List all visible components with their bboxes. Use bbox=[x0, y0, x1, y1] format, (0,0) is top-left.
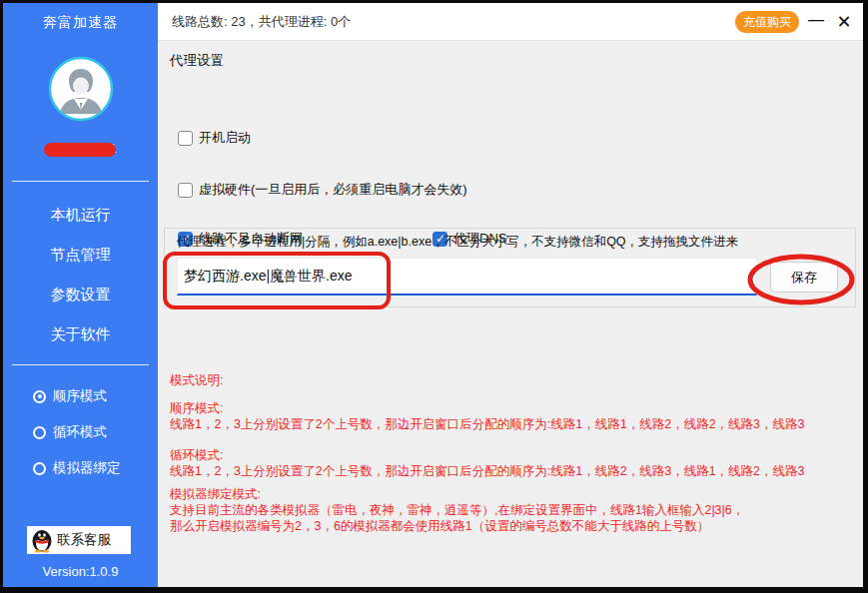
username: 01 bbox=[3, 141, 158, 157]
sequential-mode-note: 顺序模式: 线路1，2，3上分别设置了2个上号数，那边开启窗口后分配的顺序为:线… bbox=[170, 400, 861, 432]
sidebar-item-local-run[interactable]: 本机运行 bbox=[3, 195, 158, 235]
sidebar-item-node-management[interactable]: 节点管理 bbox=[3, 235, 158, 275]
mode-selector: 顺序模式 循环模式 模拟器绑定 bbox=[33, 378, 121, 486]
title-bar: 线路总数: 23，共代理进程: 0个 充值购买 — ✕ bbox=[158, 3, 863, 41]
sidebar: 奔富加速器 01 本机运行 节点管理 参数设置 关于软件 bbox=[3, 3, 158, 587]
avatar bbox=[48, 56, 114, 126]
sequential-mode-note-body: 线路1，2，3上分别设置了2个上号数，那边开启窗口后分配的顺序为:线路1，线路1… bbox=[170, 416, 861, 432]
mode-instructions: 模式说明: 顺序模式: 线路1，2，3上分别设置了2个上号数，那边开启窗口后分配… bbox=[170, 372, 861, 534]
mode-sequential-label: 顺序模式 bbox=[53, 387, 107, 405]
checkbox-unchecked-icon bbox=[178, 183, 193, 198]
checkbox-start-on-boot[interactable]: 开机启动 bbox=[178, 129, 251, 147]
mode-loop-label: 循环模式 bbox=[53, 423, 107, 441]
proxy-process-group-label: 代理进程，多个进程用|分隔，例如a.exe|b.exe，不区分大小写，不支持微信… bbox=[177, 234, 738, 251]
sidebar-divider-top bbox=[12, 181, 149, 182]
recharge-purchase-button[interactable]: 充值购买 bbox=[735, 11, 799, 33]
sidebar-item-parameter-settings[interactable]: 参数设置 bbox=[3, 275, 158, 314]
checkbox-virtual-hardware[interactable]: 虚拟硬件(一旦启用后，必须重启电脑才会失效) bbox=[178, 181, 467, 199]
proxy-process-groupbox: 代理进程，多个进程用|分隔，例如a.exe|b.exe，不区分大小写，不支持微信… bbox=[164, 228, 856, 307]
section-title: 代理设置 bbox=[170, 52, 224, 70]
sidebar-nav: 本机运行 节点管理 参数设置 关于软件 bbox=[3, 195, 158, 354]
sequential-mode-note-title: 顺序模式: bbox=[170, 400, 861, 416]
line-status-text: 线路总数: 23，共代理进程: 0个 bbox=[172, 3, 351, 41]
loop-mode-note-title: 循环模式: bbox=[170, 447, 861, 463]
loop-mode-note-body: 线路1，2，3上分别设置了2个上号数，那边开启窗口后分配的顺序为:线路1，线路2… bbox=[170, 463, 861, 479]
save-button[interactable]: 保存 bbox=[770, 262, 838, 293]
checkbox-virtual-hardware-label: 虚拟硬件(一旦启用后，必须重启电脑才会失效) bbox=[199, 181, 467, 199]
sidebar-item-about-software[interactable]: 关于软件 bbox=[3, 314, 158, 354]
mode-loop[interactable]: 循环模式 bbox=[33, 414, 121, 450]
mode-emulator-binding-label: 模拟器绑定 bbox=[53, 459, 121, 477]
contact-support-button[interactable]: 联系客服 bbox=[27, 526, 131, 554]
proxy-settings-panel: 代理设置 开机启动 虚拟硬件(一旦启用后，必须重启电脑才会失效) 线路不足自动断… bbox=[158, 41, 863, 587]
emulator-binding-note-body-2: 那么开启模拟器编号为2，3，6的模拟器都会使用线路1（设置的编号总数不能大于线路… bbox=[170, 518, 861, 534]
close-button[interactable]: ✕ bbox=[831, 3, 857, 41]
checkbox-unchecked-icon bbox=[178, 131, 193, 146]
checkbox-start-on-boot-label: 开机启动 bbox=[199, 129, 251, 147]
app-title: 奔富加速器 bbox=[3, 14, 158, 32]
minimize-button[interactable]: — bbox=[805, 3, 827, 41]
username-redaction bbox=[44, 143, 116, 157]
emulator-binding-note-body-1: 支持目前主流的各类模拟器（雷电，夜神，雷神，逍遥等）,在绑定设置界面中，线路1输… bbox=[170, 502, 861, 518]
qq-penguin-icon bbox=[29, 527, 55, 553]
radio-selected-icon bbox=[33, 390, 46, 403]
contact-support-label: 联系客服 bbox=[57, 531, 111, 549]
loop-mode-note: 循环模式: 线路1，2，3上分别设置了2个上号数，那边开启窗口后分配的顺序为:线… bbox=[170, 447, 861, 479]
version-label: Version:1.0.9 bbox=[3, 564, 158, 579]
radio-unselected-icon bbox=[33, 462, 46, 475]
emulator-binding-note: 模拟器绑定模式: 支持目前主流的各类模拟器（雷电，夜神，雷神，逍遥等）,在绑定设… bbox=[170, 486, 861, 534]
sidebar-divider-bottom bbox=[12, 364, 149, 365]
mode-emulator-binding[interactable]: 模拟器绑定 bbox=[33, 450, 121, 486]
mode-sequential[interactable]: 顺序模式 bbox=[33, 378, 121, 414]
radio-unselected-icon bbox=[33, 426, 46, 439]
notes-title: 模式说明: bbox=[170, 372, 861, 388]
emulator-binding-note-title: 模拟器绑定模式: bbox=[170, 486, 861, 502]
app-window: 奔富加速器 01 本机运行 节点管理 参数设置 关于软件 bbox=[0, 0, 868, 593]
proxy-process-input[interactable] bbox=[177, 258, 757, 296]
avatar-icon bbox=[48, 56, 114, 122]
main-area: 线路总数: 23，共代理进程: 0个 充值购买 — ✕ 代理设置 开机启动 虚拟… bbox=[158, 3, 863, 587]
